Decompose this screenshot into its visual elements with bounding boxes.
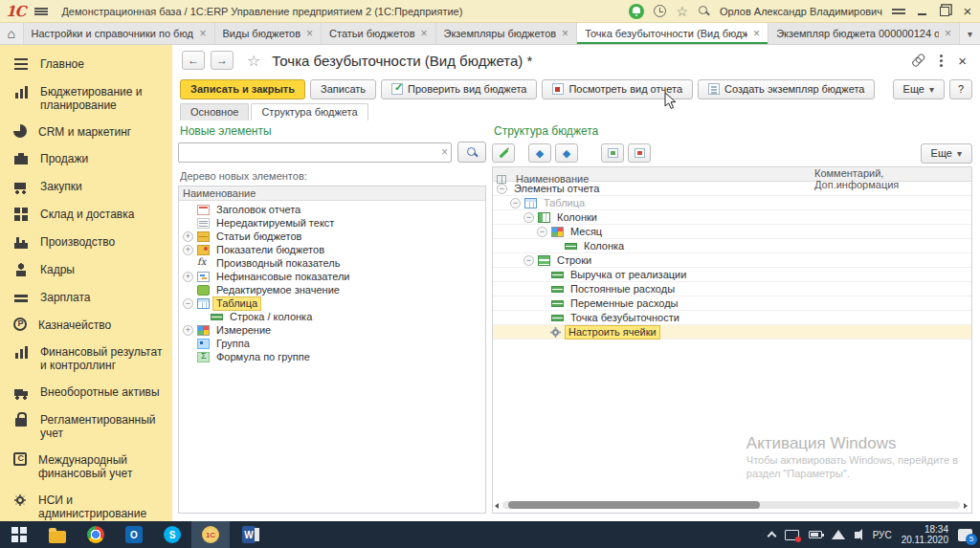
tree-row[interactable]: +Нефинансовые показатели: [179, 270, 485, 283]
tree-row[interactable]: −Колонки: [493, 210, 971, 225]
battery-icon[interactable]: [809, 531, 822, 538]
search-input[interactable]: [178, 142, 452, 163]
skype-taskbar-button[interactable]: S: [153, 521, 191, 548]
main-menu-icon[interactable]: [34, 8, 48, 15]
tree-row[interactable]: +Показатели бюджетов: [179, 243, 485, 256]
help-button[interactable]: ?: [949, 79, 972, 99]
sidebar-item-regulated[interactable]: Регламентированный учет: [0, 406, 172, 447]
collapse-icon[interactable]: −: [523, 212, 534, 223]
scroll-right-icon[interactable]: [964, 503, 968, 509]
tab-close-icon[interactable]: ×: [199, 27, 206, 40]
window-tab[interactable]: Экземпляр бюджета 000000124 о...×: [768, 23, 960, 44]
wifi-icon[interactable]: [832, 530, 845, 539]
sidebar-item-purchases[interactable]: Закупки: [0, 173, 172, 201]
close-form-icon[interactable]: [958, 53, 967, 69]
sidebar-item-ifrs[interactable]: Международный финансовый учет: [0, 447, 172, 487]
create-budget-instance-button[interactable]: Создать экземпляр бюджета: [698, 79, 875, 99]
tab-structure[interactable]: Структура бюджета: [251, 103, 368, 121]
tree-row[interactable]: Переменные расходы: [493, 296, 971, 311]
clear-search-icon[interactable]: [441, 145, 448, 159]
forward-button[interactable]: [211, 51, 234, 70]
show-hidden-icons-icon[interactable]: [767, 532, 776, 541]
tree-row[interactable]: −Элементы отчета: [493, 182, 971, 196]
window-tab[interactable]: Настройки и справочники по бюдж...×: [24, 23, 215, 44]
expand-icon[interactable]: +: [183, 325, 193, 336]
tab-close-icon[interactable]: ×: [421, 27, 428, 40]
scroll-left-icon[interactable]: [495, 503, 499, 509]
edit-button[interactable]: [492, 143, 515, 163]
tree-row[interactable]: +Статьи бюджетов: [179, 230, 485, 243]
collapse-icon[interactable]: −: [497, 184, 507, 194]
chrome-taskbar-button[interactable]: [77, 521, 115, 548]
tree-row[interactable]: Нередактируемый текст: [179, 216, 485, 230]
favorite-star-icon[interactable]: [247, 52, 260, 70]
save-close-button[interactable]: Записать и закрыть: [180, 79, 305, 99]
sidebar-item-production[interactable]: Производство: [0, 229, 172, 256]
back-button[interactable]: [182, 51, 205, 70]
sidebar-item-main[interactable]: Главное: [0, 51, 172, 78]
window-tab[interactable]: Точка безубыточности (Вид бюдж...×: [577, 23, 768, 44]
tree-row[interactable]: Формула по группе: [179, 350, 485, 363]
tab-close-icon[interactable]: ×: [945, 27, 951, 40]
expand-icon[interactable]: +: [183, 272, 193, 282]
save-button[interactable]: Записать: [310, 79, 376, 99]
start-taskbar-button[interactable]: [0, 521, 38, 548]
outlook-taskbar-button[interactable]: O: [115, 521, 153, 548]
scrollbar-thumb[interactable]: [508, 501, 760, 509]
home-tab[interactable]: [0, 23, 24, 44]
window-tab[interactable]: Экземпляры бюджетов×: [436, 23, 578, 44]
tab-main[interactable]: Основное: [180, 103, 249, 121]
move-down-button[interactable]: [555, 143, 578, 163]
sidebar-item-assets[interactable]: Внеоборотные активы: [0, 379, 172, 406]
sidebar-item-sales[interactable]: Продажи: [0, 145, 172, 173]
collapse-icon[interactable]: −: [510, 198, 521, 208]
expand-icon[interactable]: +: [183, 231, 193, 242]
favorites-star-icon[interactable]: [676, 4, 688, 19]
window-tab[interactable]: Статьи бюджетов×: [322, 23, 435, 44]
tree-row[interactable]: Строка / колонка: [179, 310, 485, 323]
remove-from-table-button[interactable]: [628, 143, 651, 163]
action-center-icon[interactable]: 5: [958, 529, 972, 541]
user-name[interactable]: Орлов Александр Владимирович: [720, 6, 882, 17]
move-up-button[interactable]: [528, 143, 551, 163]
horizontal-scrollbar[interactable]: [502, 501, 960, 509]
close-window-icon[interactable]: [961, 5, 974, 18]
tree-row[interactable]: −Месяц: [493, 225, 971, 239]
tab-close-icon[interactable]: ×: [562, 27, 568, 40]
restore-icon[interactable]: [938, 5, 951, 18]
collapse-icon[interactable]: −: [523, 255, 534, 266]
collapse-icon[interactable]: −: [183, 298, 193, 309]
sidebar-item-warehouse[interactable]: Склад и доставка: [0, 201, 172, 229]
tree-row[interactable]: Настроить ячейки: [493, 325, 971, 340]
tree-row[interactable]: Редактируемое значение: [179, 283, 485, 296]
collapse-icon[interactable]: −: [537, 227, 547, 237]
tree-row[interactable]: −Таблица: [179, 296, 485, 310]
tree-row[interactable]: −Строки: [493, 253, 971, 268]
sidebar-item-salary[interactable]: Зарплата: [0, 284, 172, 312]
sidebar-item-treasury[interactable]: Казначейство: [0, 312, 172, 339]
kebab-menu-icon[interactable]: [940, 55, 943, 57]
tree-row[interactable]: Производный показатель: [179, 256, 485, 270]
sidebar-item-hr[interactable]: Кадры: [0, 256, 172, 284]
expand-icon[interactable]: +: [183, 245, 193, 255]
volume-icon[interactable]: [855, 532, 859, 538]
search-icon[interactable]: [698, 5, 710, 17]
onec-taskbar-button[interactable]: 1С: [191, 521, 230, 548]
service-menu-icon[interactable]: [892, 9, 905, 11]
language-indicator[interactable]: РУС: [873, 530, 892, 540]
history-icon[interactable]: [654, 5, 666, 17]
tree-row[interactable]: Постоянные расходы: [493, 282, 971, 296]
tree-row[interactable]: +Измерение: [179, 323, 485, 337]
move-in-table-button[interactable]: [601, 143, 624, 163]
check-budget-view-button[interactable]: Проверить вид бюджета: [381, 79, 537, 99]
structure-more-button[interactable]: Еще: [921, 143, 972, 164]
minimize-icon[interactable]: [915, 5, 928, 18]
word-taskbar-button[interactable]: W: [230, 521, 268, 548]
taskbar-clock[interactable]: 18:34 20.11.2020: [902, 524, 948, 545]
sidebar-item-admin[interactable]: НСИ и администрирование: [0, 487, 172, 521]
tab-close-icon[interactable]: ×: [306, 27, 313, 40]
window-tab[interactable]: Виды бюджетов×: [215, 23, 323, 44]
sidebar-item-budgeting[interactable]: Бюджетирование и планирование: [0, 78, 172, 119]
more-button[interactable]: Еще: [893, 79, 945, 99]
explorer-taskbar-button[interactable]: [38, 521, 77, 548]
